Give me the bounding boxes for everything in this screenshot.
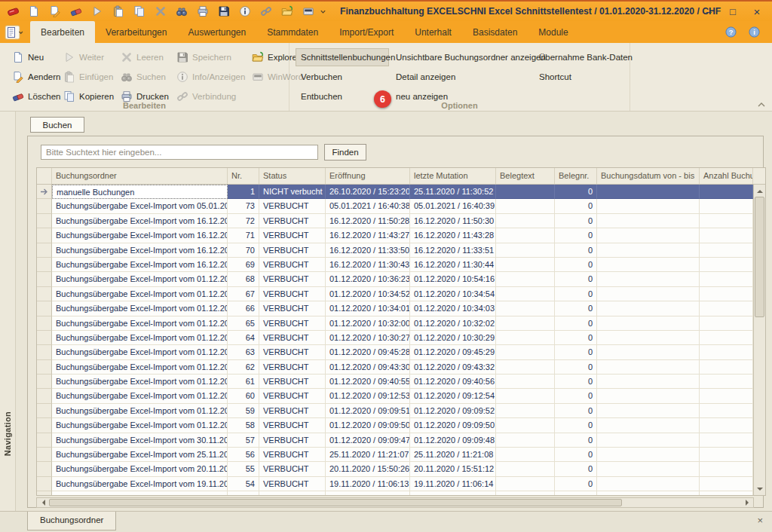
column-header-belegtext[interactable]: Belegtext bbox=[496, 168, 555, 184]
table-row[interactable]: Buchungsübergabe Excel-Import vom 01.12.… bbox=[37, 316, 754, 331]
delete-icon[interactable] bbox=[154, 5, 167, 18]
app-menu-button[interactable] bbox=[3, 21, 26, 43]
table-row[interactable]: Buchungsübergabe Excel-Import vom 01.12.… bbox=[37, 272, 754, 286]
save-icon[interactable] bbox=[217, 5, 231, 18]
column-header-buchungsordner[interactable]: Buchungsordner bbox=[52, 168, 228, 184]
column-header-buchungsdatum-von-bis[interactable]: Buchungsdatum von - bis bbox=[597, 168, 700, 184]
tab-auswertungen[interactable]: Auswertungen bbox=[177, 21, 256, 43]
tab-unterhalt[interactable]: Unterhalt bbox=[404, 21, 462, 43]
table-row[interactable]: Buchungsübergabe Excel-Import vom 16.12.… bbox=[37, 228, 754, 243]
run-icon[interactable] bbox=[90, 5, 104, 18]
table-row[interactable]: Buchungsübergabe Excel-Import vom 01.12.… bbox=[37, 345, 754, 359]
ribbon-button-shortcut[interactable]: Shortcut bbox=[534, 68, 638, 86]
table-row[interactable]: Buchungsübergabe Excel-Import vom 19.11.… bbox=[37, 477, 754, 491]
ribbon-button-verbuchen[interactable]: Verbuchen bbox=[296, 68, 389, 86]
horizontal-scrollbar[interactable] bbox=[36, 497, 754, 508]
bottom-close-icon[interactable]: × bbox=[757, 515, 763, 526]
ribbon-collapse-icon[interactable] bbox=[757, 101, 766, 109]
ribbon-button-aendern[interactable]: Aendern bbox=[6, 68, 56, 86]
paste-icon[interactable] bbox=[112, 5, 125, 18]
cell-mutation: 20.11.2020 / 15:51:12 bbox=[410, 462, 496, 476]
tab-stammdaten[interactable]: Stammdaten bbox=[256, 21, 329, 43]
ribbon-button-leeren[interactable]: Leeren bbox=[115, 48, 169, 66]
table-row[interactable]: Buchungsübergabe Excel-Import vom 05.01.… bbox=[37, 199, 754, 213]
minimize-button[interactable]: – bbox=[697, 2, 721, 21]
close-button[interactable]: × bbox=[745, 2, 769, 21]
scroll-left-icon[interactable] bbox=[38, 498, 48, 507]
help-icon[interactable]: ? bbox=[725, 26, 737, 38]
column-header-anzahl-buchungen[interactable]: Anzahl Buchungen bbox=[700, 168, 753, 184]
table-row[interactable]: Buchungsübergabe Excel-Import vom 25.11.… bbox=[37, 448, 754, 462]
table-row[interactable]: Buchungsübergabe Excel-Import vom 16.12.… bbox=[37, 214, 754, 228]
table-row[interactable]: Buchungsübergabe Excel-Import vom 01.12.… bbox=[37, 404, 754, 418]
tab-basisdaten[interactable]: Basisdaten bbox=[462, 21, 528, 43]
ribbon-button-unsichtbare-buchungsordner-anzeigen[interactable]: Unsichtbare Buchungsordner anzeigen bbox=[391, 48, 532, 66]
table-row[interactable]: Buchungsübergabe Excel-Import vom 16.12.… bbox=[37, 258, 754, 272]
tab-buchungsordner[interactable]: Buchungsordner bbox=[27, 512, 116, 530]
table-row[interactable]: Buchungsübergabe Excel-Import vom 01.12.… bbox=[37, 360, 754, 375]
row-selector-cell bbox=[37, 360, 52, 375]
scroll-right-icon[interactable] bbox=[742, 498, 752, 507]
table-row[interactable]: Buchungsübergabe Excel-Import vom 01.12.… bbox=[37, 389, 754, 403]
print-icon[interactable] bbox=[196, 5, 210, 18]
ribbon-button-speichern[interactable]: Speichern bbox=[170, 48, 244, 66]
search-input[interactable] bbox=[41, 145, 318, 160]
cell-anzahl bbox=[700, 228, 753, 243]
ribbon-button-detail-anzeigen[interactable]: Detail anzeigen bbox=[391, 68, 532, 86]
ribbon-button-übernahme-bank-daten[interactable]: Übernahme Bank-Daten bbox=[534, 48, 638, 66]
edit-icon[interactable] bbox=[48, 5, 62, 18]
ribbon-button-einfügen[interactable]: Einfügen bbox=[57, 68, 113, 86]
cell-folder: Buchungsübergabe Excel-Import vom 05.01.… bbox=[52, 199, 228, 213]
column-header-nr[interactable]: Nr. bbox=[228, 168, 259, 184]
table-row[interactable]: Buchungsübergabe Excel-Import vom 01.12.… bbox=[37, 418, 754, 433]
about-info-icon[interactable]: i bbox=[749, 26, 760, 38]
buchen-button[interactable]: Buchen bbox=[30, 117, 84, 133]
cell-nr: 54 bbox=[228, 477, 259, 491]
ribbon-button-neu[interactable]: Neu bbox=[6, 48, 56, 66]
finden-button[interactable]: Finden bbox=[324, 144, 366, 161]
table-row[interactable]: Buchungsübergabe Excel-Import vom 01.12.… bbox=[37, 375, 754, 389]
column-header-letzte-mutation[interactable]: letzte Mutation bbox=[410, 168, 496, 184]
table-row[interactable]: Buchungsübergabe Excel-Import vom 01.12.… bbox=[37, 331, 754, 345]
scroll-down-icon[interactable] bbox=[754, 484, 765, 494]
info-icon[interactable] bbox=[238, 5, 252, 18]
tab-module[interactable]: Module bbox=[528, 21, 578, 43]
paste-icon bbox=[63, 71, 75, 84]
cell-status: VERBUCHT bbox=[259, 199, 326, 213]
column-header-status[interactable]: Status bbox=[259, 168, 326, 184]
tab-bearbeiten[interactable]: Bearbeiten bbox=[30, 21, 95, 43]
tab-verarbeitungen[interactable]: Verarbeitungen bbox=[95, 21, 177, 43]
open-folder-icon[interactable] bbox=[280, 5, 294, 18]
scroll-up-icon[interactable] bbox=[754, 185, 765, 196]
app-logo-icon[interactable] bbox=[6, 5, 20, 18]
table-row[interactable]: Buchungsübergabe Excel-Import vom 16.12.… bbox=[37, 243, 754, 258]
search-binoculars-icon[interactable] bbox=[175, 5, 188, 18]
ribbon-button-info-anzeigen[interactable]: Info/Anzeigen bbox=[170, 68, 244, 86]
horizontal-scroll-thumb[interactable] bbox=[49, 499, 622, 506]
maximize-button[interactable]: □ bbox=[721, 2, 745, 21]
table-row[interactable]: Buchungsübergabe Excel-Import vom 01.12.… bbox=[37, 301, 754, 316]
row-selector-cell bbox=[37, 448, 52, 462]
link-icon[interactable] bbox=[259, 5, 273, 18]
tab-import-export[interactable]: Import/Export bbox=[329, 21, 404, 43]
table-row[interactable]: Buchungsübergabe Excel-Import vom 01.12.… bbox=[37, 287, 754, 301]
navigation-strip[interactable]: Navigation bbox=[0, 112, 16, 511]
table-row[interactable]: Buchungsübergabe Excel-Import vom 20.11.… bbox=[37, 462, 754, 476]
copy-icon[interactable] bbox=[133, 5, 146, 18]
cell-datum bbox=[597, 491, 700, 495]
table-row[interactable]: Buchungsübergabe Excel-Import vom 30.11.… bbox=[37, 433, 754, 448]
eraser-icon[interactable] bbox=[69, 5, 83, 18]
ribbon-button-weiter[interactable]: Weiter bbox=[57, 48, 113, 66]
ribbon-button-schnittstellenbuchungen[interactable]: Schnittstellenbuchungen bbox=[296, 48, 389, 66]
ribbon-button-suchen[interactable]: Suchen bbox=[115, 68, 169, 86]
ribbon-button-label: Übernahme Bank-Daten bbox=[539, 53, 633, 62]
table-row[interactable]: manuelle Buchungen1NICHT verbucht26.10.2… bbox=[37, 185, 754, 199]
cell-folder: Buchungsübergabe Excel-Import vom 01.12.… bbox=[52, 287, 228, 301]
new-document-icon[interactable] bbox=[27, 5, 41, 18]
vertical-scroll-thumb[interactable] bbox=[755, 197, 764, 317]
column-header-belegnr[interactable]: Belegnr. bbox=[555, 168, 597, 184]
register-icon[interactable] bbox=[302, 5, 315, 18]
column-header-eröffnung[interactable]: Eröffnung bbox=[326, 168, 410, 184]
vertical-scrollbar[interactable] bbox=[753, 185, 765, 495]
toolbar-dropdown-icon[interactable] bbox=[320, 8, 326, 15]
